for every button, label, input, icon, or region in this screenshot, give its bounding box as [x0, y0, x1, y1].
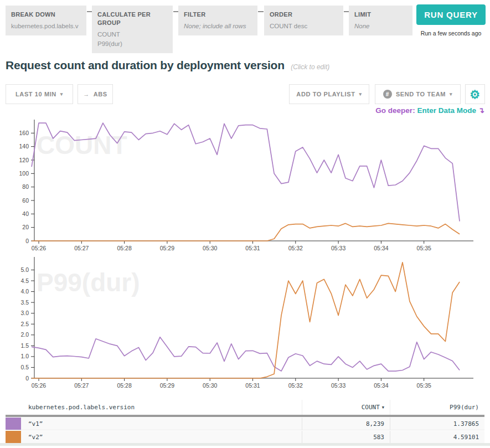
- svg-text:05:29: 05:29: [160, 382, 174, 389]
- down-hook-icon: ↴: [478, 106, 484, 115]
- swatch-column-header: [6, 400, 21, 415]
- sort-desc-icon: ▼: [382, 405, 384, 410]
- query-step-order[interactable]: ORDER COUNT desc: [264, 6, 343, 35]
- svg-text:05:32: 05:32: [288, 382, 303, 389]
- abs-time-toggle[interactable]: → ABS: [78, 84, 113, 104]
- svg-text:2.0: 2.0: [20, 331, 29, 338]
- page-title[interactable]: Request count and duration by deployment…: [6, 59, 285, 71]
- svg-text:05:28: 05:28: [117, 382, 131, 389]
- svg-text:1.0: 1.0: [20, 353, 29, 359]
- svg-text:0: 0: [25, 375, 29, 382]
- svg-text:5.0: 5.0: [20, 266, 29, 273]
- svg-text:80: 80: [22, 183, 29, 190]
- svg-text:05:26: 05:26: [32, 382, 46, 389]
- row-p99: 4.59101: [390, 431, 484, 443]
- row-count: 583: [302, 431, 390, 443]
- svg-text:60: 60: [22, 197, 29, 204]
- time-range-dropdown[interactable]: LAST 10 MIN ▾: [6, 84, 73, 104]
- table-row[interactable]: “v1” 8,239 1.37865: [6, 418, 484, 430]
- send-to-team-label: SEND TO TEAM: [396, 91, 446, 97]
- svg-text:05:35: 05:35: [417, 245, 431, 251]
- svg-text:05:28: 05:28: [117, 245, 131, 251]
- svg-text:1.5: 1.5: [20, 342, 29, 349]
- svg-text:4.5: 4.5: [20, 277, 29, 284]
- send-to-team-dropdown[interactable]: # SEND TO TEAM ▾: [375, 84, 461, 104]
- svg-text:05:32: 05:32: [288, 245, 303, 251]
- click-to-edit-hint: (Click to edit): [291, 63, 329, 71]
- chevron-down-icon: ▾: [359, 91, 362, 97]
- calculate-value-p99: P99(dur): [97, 39, 167, 49]
- table-row[interactable]: “v2” 583 4.59101: [6, 431, 484, 444]
- limit-label: LIMIT: [354, 11, 407, 19]
- svg-text:05:30: 05:30: [203, 245, 217, 251]
- breakdown-value: kubernetes.pod.labels.v: [11, 22, 81, 31]
- abs-label: ABS: [94, 91, 107, 97]
- svg-text:2.5: 2.5: [20, 321, 29, 327]
- title-row: Request count and duration by deployment…: [6, 59, 482, 72]
- pipeline-connector: [173, 11, 178, 12]
- svg-text:05:35: 05:35: [417, 382, 431, 389]
- svg-text:140: 140: [19, 143, 29, 150]
- svg-text:160: 160: [19, 130, 29, 136]
- count-chart[interactable]: COUNT02040608010012014016005:2605:2705:2…: [6, 116, 484, 254]
- filter-value: None; include all rows: [184, 22, 252, 31]
- p99-chart[interactable]: P99(dur)00.51.01.52.02.53.03.54.04.55.00…: [6, 254, 484, 391]
- add-to-playlist-dropdown[interactable]: ADD TO PLAYLIST ▾: [289, 84, 369, 104]
- series-swatch-v2: [6, 431, 21, 443]
- table-header-row: kubernetes.pod.labels.version COUNT ▼ P9…: [6, 400, 484, 415]
- svg-text:20: 20: [22, 224, 29, 230]
- svg-text:05:31: 05:31: [245, 245, 260, 251]
- calculate-label: CALCULATE PER GROUP: [97, 11, 167, 27]
- query-step-limit[interactable]: LIMIT None: [349, 6, 412, 35]
- svg-text:0: 0: [25, 238, 29, 244]
- breakdown-label: BREAK DOWN: [11, 11, 81, 19]
- order-value: COUNT desc: [270, 22, 338, 31]
- svg-text:40: 40: [22, 210, 29, 217]
- slack-icon: #: [383, 90, 392, 99]
- svg-text:05:33: 05:33: [331, 245, 345, 251]
- column-header-p99[interactable]: P99(dur): [390, 400, 484, 415]
- bottom-strip: [0, 443, 490, 446]
- row-count: 8,239: [302, 418, 390, 430]
- row-version: “v2”: [21, 431, 302, 443]
- svg-text:05:29: 05:29: [160, 245, 174, 251]
- query-step-calculate[interactable]: CALCULATE PER GROUP COUNT P99(dur): [92, 6, 173, 53]
- svg-text:4.0: 4.0: [20, 288, 29, 295]
- svg-text:05:34: 05:34: [374, 245, 388, 251]
- time-range-label: LAST 10 MIN: [16, 91, 56, 97]
- column-header-version[interactable]: kubernetes.pod.labels.version: [21, 400, 302, 415]
- svg-text:3.0: 3.0: [20, 310, 29, 316]
- svg-text:05:27: 05:27: [74, 245, 89, 251]
- column-header-count[interactable]: COUNT ▼: [302, 400, 390, 415]
- series-swatch-v1: [6, 418, 21, 430]
- header-divider-bar: [6, 415, 484, 417]
- svg-text:05:27: 05:27: [74, 382, 89, 389]
- pipeline-connector: [258, 11, 264, 12]
- query-page: BREAK DOWN kubernetes.pod.labels.v CALCU…: [0, 0, 490, 448]
- svg-text:05:30: 05:30: [203, 382, 217, 389]
- run-query-button[interactable]: RUN QUERY: [416, 4, 486, 25]
- chevron-down-icon: ▾: [60, 91, 63, 97]
- go-deeper-label: Go deeper:: [375, 106, 415, 115]
- svg-text:120: 120: [19, 157, 29, 163]
- query-step-breakdown[interactable]: BREAK DOWN kubernetes.pod.labels.v: [6, 6, 86, 35]
- svg-text:100: 100: [19, 170, 29, 177]
- add-to-playlist-label: ADD TO PLAYLIST: [296, 91, 355, 97]
- svg-text:3.5: 3.5: [20, 299, 29, 306]
- filter-label: FILTER: [184, 11, 252, 19]
- arrow-right-icon: →: [83, 91, 90, 97]
- calculate-value-count: COUNT: [97, 30, 167, 39]
- query-step-filter[interactable]: FILTER None; include all rows: [178, 6, 257, 35]
- limit-value: None: [354, 22, 407, 31]
- svg-text:0.5: 0.5: [20, 364, 29, 370]
- svg-text:COUNT: COUNT: [37, 131, 127, 159]
- row-p99: 1.37865: [390, 418, 484, 430]
- svg-text:05:34: 05:34: [374, 382, 388, 389]
- order-label: ORDER: [270, 11, 338, 19]
- chevron-down-icon: ▾: [450, 91, 452, 97]
- pipeline-connector: [344, 11, 349, 12]
- settings-button[interactable]: ⚙: [465, 84, 485, 104]
- svg-text:05:31: 05:31: [245, 382, 260, 389]
- enter-data-mode-link[interactable]: Enter Data Mode: [417, 106, 476, 115]
- go-deeper-row: Go deeper: Enter Data Mode ↴: [375, 106, 484, 115]
